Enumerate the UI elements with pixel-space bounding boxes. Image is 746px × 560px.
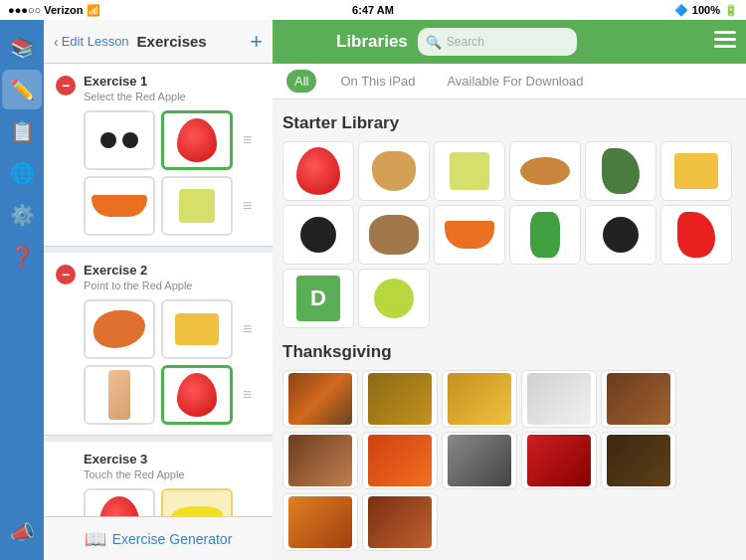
library-item[interactable]	[660, 205, 732, 265]
exercise-1-row-2: ≡	[84, 176, 263, 236]
red-pepper-image	[677, 212, 715, 258]
right-panel: Libraries 🔍 Search All On This iPad Avai…	[273, 20, 746, 560]
left-panel-title: Exercises	[137, 33, 207, 50]
exercise-2-row-1: ≡	[84, 299, 263, 359]
library-item[interactable]	[282, 141, 354, 201]
exercise-1-delete-button[interactable]: −	[56, 76, 76, 95]
library-item[interactable]	[282, 370, 358, 428]
generator-icon: 📖	[85, 528, 106, 550]
apples-pile-image	[527, 435, 591, 486]
exercises-list: − Exercise 1 Select the Red Apple	[44, 64, 273, 560]
library-item[interactable]	[442, 370, 517, 428]
bluetooth-icon: 🔷	[674, 4, 688, 17]
feast-image	[288, 373, 352, 425]
drag-handle-icon: ≡	[243, 320, 252, 338]
card-dots	[86, 112, 153, 168]
apple-image	[296, 147, 340, 195]
battery-icon: 🔋	[724, 4, 738, 17]
library-item[interactable]	[358, 141, 430, 201]
exercise-2-delete-button[interactable]: −	[56, 265, 76, 284]
library-item[interactable]	[509, 205, 581, 265]
add-exercise-button[interactable]: +	[250, 29, 263, 55]
exercise-2-header: − Exercise 2 Point to the Red Apple	[56, 263, 263, 291]
card-slot[interactable]	[161, 176, 233, 236]
sidebar-icon-book[interactable]: 📚	[2, 28, 42, 68]
right-header: Libraries 🔍 Search	[273, 20, 746, 64]
sidebar-icon-list[interactable]: 📋	[2, 111, 42, 151]
library-item[interactable]	[282, 205, 354, 265]
sidebar-icons: 📚 ✏️ 📋 🌐 ⚙️ ❓ 📣	[0, 20, 44, 560]
library-item[interactable]	[442, 432, 517, 489]
exercise-3-header: Exercise 3 Touch the Red Apple	[56, 452, 263, 480]
card-slot[interactable]	[84, 365, 155, 425]
library-item[interactable]	[509, 141, 581, 201]
sidebar-icon-help[interactable]: ❓	[2, 237, 42, 277]
library-item[interactable]	[521, 432, 597, 489]
roasted-image	[368, 496, 432, 548]
generator-label: Exercise Generator	[112, 531, 233, 547]
turkey-white-image	[527, 373, 591, 425]
thanksgiving-section: Thanksgiving	[282, 342, 736, 551]
block-d-image: D	[296, 276, 340, 321]
search-placeholder: Search	[447, 35, 484, 49]
left-header: ‹ Edit Lesson Exercises +	[44, 20, 273, 64]
exercise-generator-button[interactable]: 📖 Exercise Generator	[44, 516, 273, 560]
back-button[interactable]: ‹ Edit Lesson	[54, 34, 129, 50]
library-item[interactable]	[362, 432, 438, 489]
status-left: ●●●○○ Verizon 📶	[8, 4, 100, 17]
library-item[interactable]	[601, 432, 676, 489]
dot	[122, 132, 138, 148]
sidebar-icon-settings[interactable]: ⚙️	[2, 195, 42, 235]
sidebar-icon-edit[interactable]: ✏️	[2, 70, 42, 109]
starter-library-section: Starter Library	[282, 113, 736, 328]
filter-download-button[interactable]: Available For Download	[439, 70, 591, 93]
library-item[interactable]	[585, 141, 656, 201]
cheese-image	[674, 153, 718, 189]
card-slot[interactable]	[161, 299, 233, 359]
library-item[interactable]	[585, 205, 656, 265]
card-slot[interactable]	[84, 299, 155, 359]
bread-image	[368, 373, 432, 425]
library-item[interactable]	[601, 370, 676, 428]
parrot-image	[530, 212, 560, 258]
sidebar-icon-megaphone[interactable]: 📣	[2, 512, 42, 552]
search-icon: 🔍	[426, 35, 442, 50]
dot	[100, 132, 116, 148]
library-item[interactable]	[362, 370, 438, 428]
fall-scene-image	[368, 435, 432, 486]
exercise-item-1: − Exercise 1 Select the Red Apple	[44, 64, 273, 247]
card-slot[interactable]	[84, 176, 155, 236]
library-item[interactable]: D	[282, 269, 354, 328]
library-item[interactable]	[282, 432, 358, 489]
library-item[interactable]	[362, 493, 438, 551]
list-view-icon	[714, 31, 736, 49]
apple-image	[177, 118, 217, 162]
exercise-1-title: Exercise 1	[84, 74, 186, 89]
library-item[interactable]	[521, 370, 597, 428]
wifi-icon: 📶	[87, 4, 100, 17]
thanksgiving-grid	[282, 370, 736, 551]
back-chevron-icon: ‹	[54, 34, 59, 50]
card-slot-selected[interactable]	[161, 365, 233, 425]
coffee-image	[607, 373, 670, 425]
thanksgiving-title: Thanksgiving	[282, 342, 736, 362]
filter-on-ipad-button[interactable]: On This iPad	[332, 70, 423, 93]
sidebar-icon-globe[interactable]: 🌐	[2, 153, 42, 193]
list-view-button[interactable]	[714, 31, 736, 53]
library-content: Starter Library	[273, 99, 746, 560]
library-item[interactable]	[434, 205, 505, 265]
library-item[interactable]	[358, 205, 430, 265]
card-slot-selected[interactable]	[161, 110, 233, 170]
library-item[interactable]	[358, 269, 430, 328]
carrier-label: ●●●○○ Verizon	[8, 4, 83, 16]
exercise-3-title: Exercise 3	[84, 452, 185, 467]
library-item[interactable]	[282, 493, 358, 551]
svg-rect-0	[714, 31, 736, 34]
apple-image	[177, 373, 217, 417]
search-box[interactable]: 🔍 Search	[418, 28, 577, 56]
filter-all-button[interactable]: All	[286, 70, 316, 93]
library-item[interactable]	[660, 141, 732, 201]
library-item[interactable]	[434, 141, 505, 201]
card-slot[interactable]	[84, 110, 155, 170]
exercise-2-row-2: ≡	[84, 365, 263, 425]
